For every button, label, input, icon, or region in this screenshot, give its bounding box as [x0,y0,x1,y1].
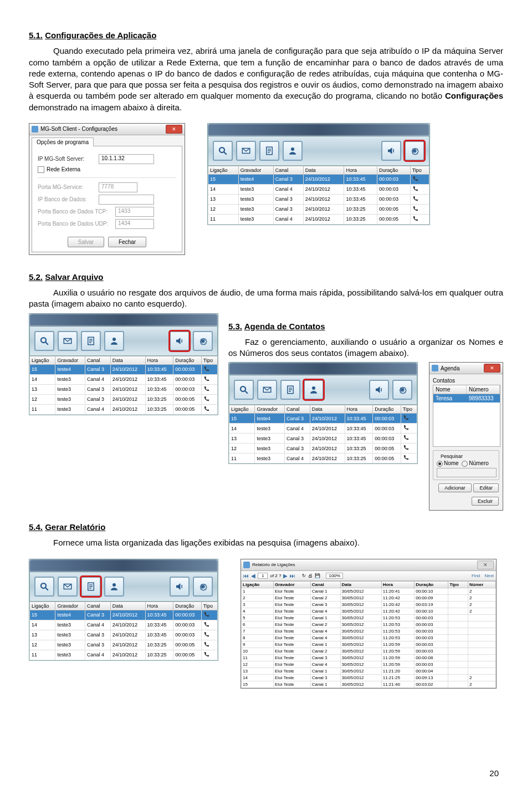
export-icon[interactable]: 💾 [315,573,320,578]
gear-icon[interactable] [193,331,213,351]
table-row[interactable]: 11Eloi TesteCanal 330/05/201211:20:5900:… [242,654,496,661]
table-row[interactable]: 11teste3Canal 424/10/201210:33:2500:00:0… [208,214,429,224]
nav-prev-icon[interactable]: ◀ [251,573,255,579]
report-icon[interactable] [259,141,279,161]
contact-icon[interactable] [104,331,124,351]
table-row[interactable]: 14teste3Canal 424/10/201210:33:4500:00:0… [30,620,218,630]
mail-icon[interactable] [236,141,256,161]
table-row[interactable]: 9Eloi TesteCanal 130/05/201211:20:5900:0… [242,641,496,648]
next-link[interactable]: Next [485,573,494,578]
gear-icon[interactable] [193,577,213,597]
gear-icon[interactable] [405,141,424,161]
zoom-input[interactable]: 100% [326,573,342,579]
agenda-row-num[interactable]: 98983333 [467,394,500,402]
col-header: Ligação [30,356,55,364]
table-row[interactable]: 14teste3Canal 424/10/201210:33:4500:00:0… [229,424,417,434]
close-icon[interactable]: ✕ [166,125,182,134]
mail-icon[interactable] [58,577,78,597]
page-input[interactable]: 1 [258,573,268,579]
table-row[interactable]: 13teste3Canal 324/10/201210:33:4500:00:0… [229,434,417,444]
tcp-input[interactable]: 1433 [115,207,154,217]
search-icon[interactable] [234,380,254,400]
col-header: Duração [373,405,401,414]
table-row[interactable]: 2Eloi TesteCanal 230/05/201211:20:4200:0… [242,594,496,601]
contact-icon[interactable] [104,577,124,597]
radio-nome[interactable] [437,461,443,467]
table-row[interactable]: 15teste4Canal 324/10/201210:33:4500:00:0… [30,610,218,620]
agenda-row-name[interactable]: Teresa [433,394,467,402]
porta-svc-input[interactable]: 7778 [99,182,137,192]
report-icon[interactable] [81,577,101,597]
table-row[interactable]: 6Eloi TesteCanal 230/05/201211:20:5300:0… [242,621,496,628]
print-icon[interactable]: 🖨 [308,573,313,578]
contact-icon[interactable] [304,380,324,400]
table-row[interactable]: 14teste3Canal 424/10/201210:33:4500:00:0… [30,374,218,384]
table-row[interactable]: 13teste3Canal 324/10/201210:33:4500:00:0… [30,630,218,640]
table-row[interactable]: 1Eloi TesteCanal 130/05/201211:20:4100:0… [242,588,496,594]
agenda-window: Agenda✕ Contatos NomeNúmero Teresa989833… [429,362,503,511]
speaker-icon[interactable] [381,141,401,161]
search-icon[interactable] [34,331,54,351]
col-header: Hora [381,581,415,588]
table-row[interactable]: 3Eloi TesteCanal 330/05/201211:20:4200:0… [242,601,496,608]
table-row[interactable]: 10Eloi TesteCanal 230/05/201211:20:5900:… [242,648,496,654]
table-row[interactable]: 4Eloi TesteCanal 430/05/201211:20:4200:0… [242,608,496,614]
table-row[interactable]: 15teste4Canal 324/10/201210:33:4500:00:0… [208,174,429,184]
table-row[interactable]: 12Eloi TesteCanal 430/05/201211:20:5900:… [242,661,496,667]
add-button[interactable]: Adicionar [438,483,472,492]
table-row[interactable]: 15Eloi TesteCanal 130/05/201211:21:4000:… [242,681,496,687]
save-button[interactable]: Salvar [68,237,104,247]
svg-line-28 [45,588,48,590]
table-row[interactable]: 12teste3Canal 324/10/201210:33:2500:00:0… [30,394,218,404]
table-row[interactable]: 15teste4Canal 324/10/201210:33:4500:00:0… [229,414,417,424]
table-row[interactable]: 11teste3Canal 424/10/201210:33:2500:00:0… [30,404,218,414]
table-row[interactable]: 15teste4Canal 324/10/201210:33:4500:00:0… [30,364,218,374]
ext-checkbox[interactable] [38,166,44,173]
edit-button[interactable]: Editar [473,483,499,492]
search-input[interactable] [437,468,497,477]
nav-next-icon[interactable]: ▶ [283,573,288,579]
radio-numero[interactable] [462,461,468,467]
table-row[interactable]: 7Eloi TesteCanal 430/05/201211:20:5300:0… [242,628,496,634]
refresh-icon[interactable]: ↻ [302,573,306,578]
tab-options[interactable]: Opções de programa [32,137,94,146]
gear-icon[interactable] [392,380,412,400]
table-row[interactable]: 8Eloi TesteCanal 430/05/201211:20:5300:0… [242,634,496,641]
agenda-table[interactable]: NomeNúmero Teresa98983333 [433,385,500,447]
table-row[interactable]: 12teste3Canal 324/10/201210:33:2500:00:0… [208,204,429,214]
table-row[interactable]: 13teste3Canal 324/10/201210:33:4500:00:0… [30,384,218,394]
close-button[interactable]: Fechar [108,237,146,247]
udp-input[interactable]: 1434 [115,219,154,229]
search-icon[interactable] [213,141,233,161]
report-icon[interactable] [81,331,101,351]
find-link[interactable]: Find [472,573,480,578]
table-row[interactable]: 12teste3Canal 324/10/201210:33:2500:00:0… [229,444,417,453]
window-chrome [29,314,218,326]
speaker-icon[interactable] [170,577,190,597]
mail-icon[interactable] [257,380,277,400]
search-icon[interactable] [34,577,54,597]
nav-last-icon[interactable]: ⏭ [290,573,295,579]
table-row[interactable]: 14Eloi TesteCanal 330/05/201211:21:2500:… [242,674,496,681]
col-header: Tipo [448,581,468,588]
speaker-icon[interactable] [170,331,190,351]
nav-first-icon[interactable]: ⏮ [243,573,249,579]
table-row[interactable]: 11teste3Canal 424/10/201210:33:2500:00:0… [30,650,218,660]
delete-button[interactable]: Excluir [472,497,499,506]
calls-table: LigaçãoGravadorCanalDataHoraDuraçãoTipo1… [208,166,429,225]
ip-input[interactable]: 10.1.1.32 [99,154,154,164]
close-icon[interactable]: ✕ [477,560,494,569]
table-row[interactable]: 12teste3Canal 324/10/201210:33:2500:00:0… [30,640,218,650]
ip-bd-input[interactable] [99,195,154,205]
table-row[interactable]: 14teste3Canal 424/10/201210:33:4500:00:0… [208,184,429,194]
speaker-icon[interactable] [369,380,389,400]
contact-icon[interactable] [283,141,303,161]
table-row[interactable]: 11teste3Canal 424/10/201210:33:2500:00:0… [229,453,417,463]
table-row[interactable]: 5Eloi TesteCanal 130/05/201211:20:5300:0… [242,614,496,621]
mail-icon[interactable] [58,331,78,351]
close-icon[interactable]: ✕ [484,364,500,373]
table-row[interactable]: 13teste3Canal 324/10/201210:33:4500:00:0… [208,194,429,204]
svg-point-26 [401,389,404,391]
table-row[interactable]: 13Eloi TesteCanal 130/05/201211:21:2000:… [242,667,496,674]
report-icon[interactable] [280,380,300,400]
